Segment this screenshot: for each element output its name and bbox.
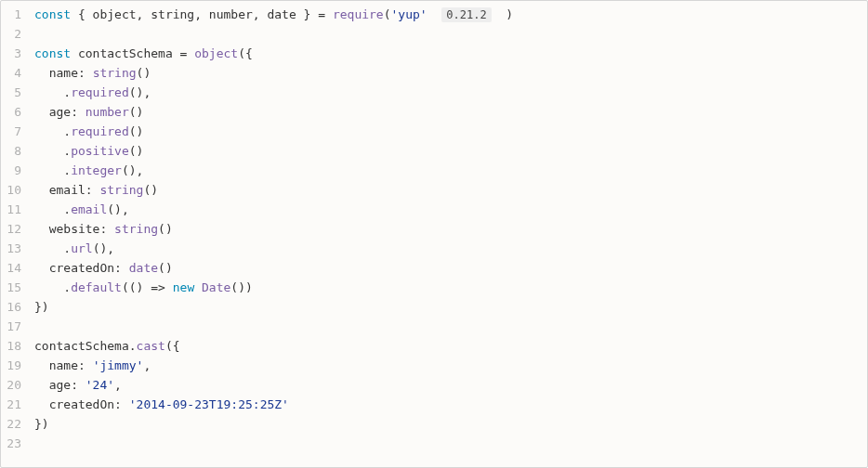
comma: ,: [143, 358, 151, 372]
code-line: .positive(): [34, 141, 867, 161]
line-number: 20: [1, 375, 21, 395]
code-line: }): [34, 414, 867, 434]
parens: (): [129, 124, 144, 138]
prop-key: email:: [49, 183, 100, 197]
code-line: const contactSchema = object({: [34, 44, 867, 63]
code-line: createdOn: '2014-09-23T19:25:25Z': [34, 395, 867, 414]
parens: (),: [129, 85, 151, 99]
line-number: 23: [1, 434, 21, 453]
fn-url: url: [71, 241, 92, 255]
fn-object: object: [194, 46, 238, 60]
parens: (): [129, 144, 144, 158]
line-number: 22: [1, 414, 21, 434]
string-value: '2014-09-23T19:25:25Z': [129, 397, 289, 411]
indent: [34, 183, 49, 197]
code-line: .required(): [34, 122, 867, 141]
indent: .: [34, 202, 71, 216]
parens: (),: [93, 241, 114, 255]
prop-key: createdOn:: [49, 261, 129, 275]
class-date: Date: [202, 280, 230, 294]
code-line: contactSchema.cast({: [34, 336, 867, 356]
paren-open: (: [384, 7, 391, 21]
open-brace: ({: [238, 46, 253, 60]
indent: .: [34, 241, 71, 255]
prop-key: age:: [49, 105, 85, 119]
require-fn: require: [333, 7, 384, 21]
code-line: age: '24',: [34, 375, 867, 395]
prop-key: website:: [49, 222, 114, 236]
fn-default: default: [71, 280, 122, 294]
line-number: 4: [1, 63, 21, 83]
code-line: age: number(): [34, 102, 867, 122]
line-number: 12: [1, 219, 21, 239]
code-line: .default(() => new Date()): [34, 278, 867, 297]
spacer: [427, 7, 442, 21]
code-line: .integer(),: [34, 161, 867, 180]
code-line: }): [34, 297, 867, 317]
fn-positive: positive: [71, 144, 129, 158]
string-value: 'jimmy': [93, 358, 144, 372]
prop-key: name:: [49, 66, 93, 80]
keyword-const: const: [34, 46, 71, 60]
indent: .: [34, 144, 71, 158]
close-parens: ()): [230, 280, 252, 294]
code-line: .email(),: [34, 200, 867, 219]
indent: .: [34, 163, 71, 177]
parens: (): [158, 222, 173, 236]
fn-required: required: [71, 85, 129, 99]
code-line: [34, 434, 867, 453]
string-value: '24': [85, 378, 114, 392]
object-ref: contactSchema.: [34, 339, 137, 353]
package-name: 'yup': [391, 7, 427, 21]
var-name: contactSchema: [71, 46, 179, 60]
code-line: [34, 317, 867, 336]
parens: (),: [122, 163, 143, 177]
indent: [34, 222, 49, 236]
indent: [34, 358, 49, 372]
open-brace: ({: [165, 339, 180, 353]
line-number: 1: [1, 5, 21, 24]
line-number: 6: [1, 102, 21, 122]
equals: =: [180, 46, 195, 60]
version-badge[interactable]: 0.21.2: [441, 7, 491, 22]
code-line: .required(),: [34, 83, 867, 102]
fn-required: required: [71, 124, 129, 138]
code-line: [34, 24, 867, 44]
line-number: 11: [1, 200, 21, 219]
indent: .: [34, 124, 71, 138]
code-line: email: string(): [34, 180, 867, 200]
prop-key: age:: [49, 378, 85, 392]
code-block: 1234567891011121314151617181920212223 co…: [0, 0, 868, 468]
spacer: [492, 7, 506, 21]
line-number: 9: [1, 161, 21, 180]
indent: [34, 261, 49, 275]
code-content: const { object, string, number, date } =…: [27, 1, 867, 467]
indent: [34, 397, 49, 411]
code-line: name: string(): [34, 63, 867, 83]
line-number: 2: [1, 24, 21, 44]
line-number: 10: [1, 180, 21, 200]
line-number: 21: [1, 395, 21, 414]
fn-string: string: [114, 222, 158, 236]
indent: [34, 66, 49, 80]
parens: (): [143, 183, 158, 197]
line-number: 3: [1, 44, 21, 63]
line-number: 8: [1, 141, 21, 161]
close-brace: }): [34, 300, 49, 314]
line-number: 13: [1, 239, 21, 258]
code-line: name: 'jimmy',: [34, 356, 867, 375]
equals: =: [318, 7, 333, 21]
destructure: { object, string, number, date }: [71, 7, 318, 21]
fn-email: email: [71, 202, 107, 216]
parens: (),: [107, 202, 128, 216]
code-line: const { object, string, number, date } =…: [34, 5, 867, 24]
comma: ,: [114, 378, 122, 392]
indent: .: [34, 280, 71, 294]
keyword-new: new: [173, 280, 194, 294]
paren-close: ): [506, 7, 513, 21]
fn-cast: cast: [137, 339, 165, 353]
fn-number: number: [85, 105, 129, 119]
prop-key: createdOn:: [49, 397, 129, 411]
code-line: website: string(): [34, 219, 867, 239]
keyword-const: const: [34, 7, 71, 21]
